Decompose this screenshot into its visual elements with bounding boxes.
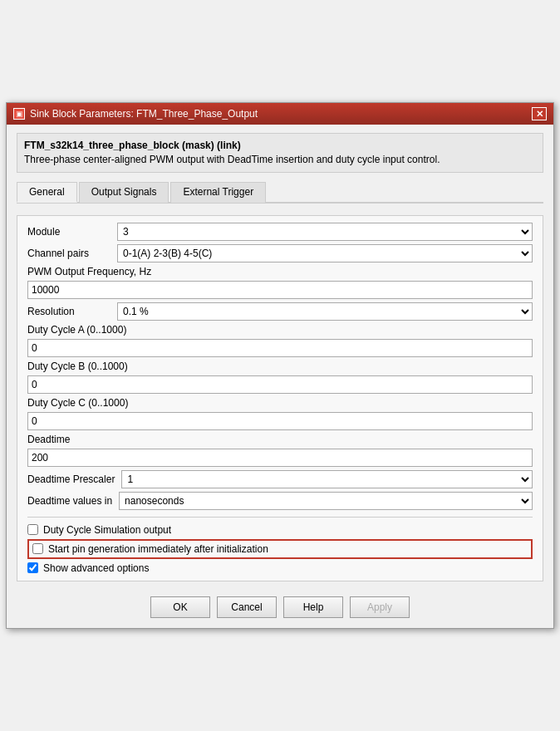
info-line2: Three-phase center-aligned PWM output wi… [24,153,536,167]
duty-sim-label: Duty Cycle Simulation output [43,524,171,536]
apply-button[interactable]: Apply [350,596,410,618]
show-advanced-checkbox[interactable] [27,562,38,573]
module-select[interactable]: 3 [117,223,533,241]
tab-bar: General Output Signals External Trigger [17,181,543,204]
start-pin-label: Start pin generation immediately after i… [48,543,268,555]
show-advanced-label: Show advanced options [43,562,149,574]
channel-pairs-select[interactable]: 0-1(A) 2-3(B) 4-5(C) [117,244,533,262]
deadtime-prescaler-select[interactable]: 1 [121,470,533,488]
duty-c-label: Duty Cycle C (0..1000) [27,397,533,409]
divider1 [27,517,533,518]
help-button[interactable]: Help [283,596,343,618]
title-bar: ▣ Sink Block Parameters: FTM_Three_Phase… [7,103,553,125]
cancel-button[interactable]: Cancel [217,596,277,618]
form-area: Module 3 Channel pairs 0-1(A) 2-3(B) 4-5… [26,223,534,574]
deadtime-prescaler-label: Deadtime Prescaler [27,473,115,485]
start-pin-highlighted-container: Start pin generation immediately after i… [27,539,533,559]
start-pin-checkbox[interactable] [32,543,43,554]
resolution-label: Resolution [27,306,111,317]
duty-a-input[interactable] [27,339,533,357]
show-advanced-row: Show advanced options [27,562,533,574]
duty-sim-row: Duty Cycle Simulation output [27,524,533,536]
title-bar-left: ▣ Sink Block Parameters: FTM_Three_Phase… [13,108,258,120]
close-button[interactable]: ✕ [532,107,547,120]
channel-pairs-label: Channel pairs [27,248,111,259]
deadtime-values-select[interactable]: nanoseconds [119,492,533,510]
deadtime-input[interactable] [27,449,533,467]
info-section: FTM_s32k14_three_phase_block (mask) (lin… [17,133,543,173]
ok-button[interactable]: OK [150,596,210,618]
deadtime-label: Deadtime [27,434,533,445]
dialog-body: FTM_s32k14_three_phase_block (mask) (lin… [7,125,553,588]
deadtime-values-label: Deadtime values in [27,495,112,507]
duty-a-group: Duty Cycle A (0..1000) [27,324,533,357]
tab-external-trigger[interactable]: External Trigger [170,182,266,203]
form-content: Module 3 Channel pairs 0-1(A) 2-3(B) 4-5… [17,215,543,581]
duty-c-input[interactable] [27,412,533,430]
dialog-window: ▣ Sink Block Parameters: FTM_Three_Phase… [6,102,554,629]
deadtime-prescaler-row: Deadtime Prescaler 1 [27,470,533,488]
duty-sim-checkbox[interactable] [27,524,38,535]
module-row: Module 3 [27,223,533,241]
module-label: Module [27,226,111,238]
duty-b-group: Duty Cycle B (0..1000) [27,361,533,394]
resolution-select[interactable]: 0.1 % [117,302,533,321]
tab-general[interactable]: General [17,182,77,203]
deadtime-values-row: Deadtime values in nanoseconds [27,492,533,510]
duty-b-label: Duty Cycle B (0..1000) [27,361,533,372]
tab-output-signals[interactable]: Output Signals [79,182,169,203]
pwm-freq-group: PWM Output Frequency, Hz [27,266,533,299]
duty-c-group: Duty Cycle C (0..1000) [27,397,533,430]
deadtime-group: Deadtime [27,434,533,467]
pwm-freq-input[interactable] [27,281,533,299]
duty-b-input[interactable] [27,375,533,394]
channel-pairs-row: Channel pairs 0-1(A) 2-3(B) 4-5(C) [27,244,533,262]
pwm-freq-label: PWM Output Frequency, Hz [27,266,533,277]
window-icon: ▣ [13,108,25,120]
resolution-row: Resolution 0.1 % [27,302,533,321]
info-line1: FTM_s32k14_three_phase_block (mask) (lin… [24,139,536,153]
title-bar-text: Sink Block Parameters: FTM_Three_Phase_O… [30,108,258,120]
footer: OK Cancel Help Apply [7,588,553,628]
duty-a-label: Duty Cycle A (0..1000) [27,324,533,336]
